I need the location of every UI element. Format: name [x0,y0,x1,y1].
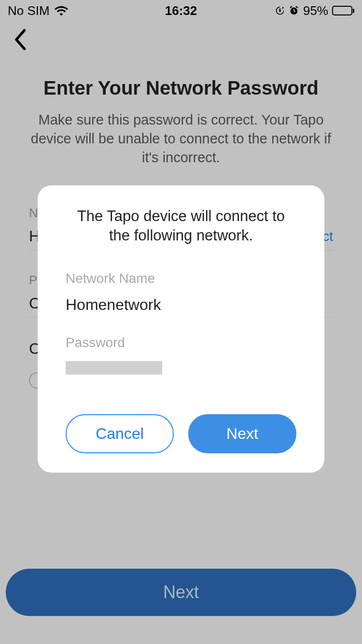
dialog-password-label: Password [66,335,296,350]
dialog-title: The Tapo device will connect to the foll… [66,207,296,246]
cancel-button[interactable]: Cancel [66,414,174,453]
dialog-button-row: Cancel Next [66,414,296,453]
dialog-network-value: Homenetwork [66,296,296,314]
next-button[interactable]: Next [188,414,296,453]
dialog-password-value [66,350,296,377]
dialog-network-label: Network Name [66,271,296,286]
confirm-network-dialog: The Tapo device will connect to the foll… [38,185,324,473]
password-redacted [66,361,162,375]
modal-overlay: The Tapo device will connect to the foll… [0,0,362,644]
